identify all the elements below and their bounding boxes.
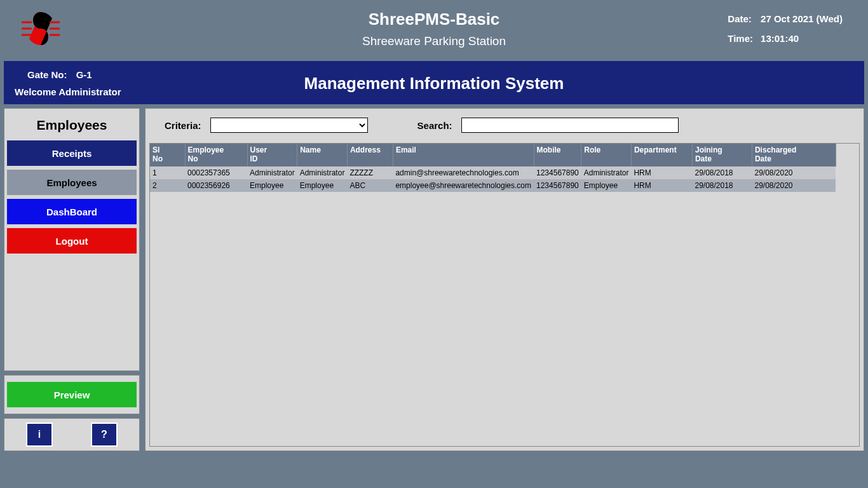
date-value: 27 Oct 2021 (Wed) [761, 13, 843, 24]
app-logo [18, 10, 64, 48]
table-cell: ZZZZZ [347, 166, 393, 179]
time-value: 13:01:40 [761, 33, 843, 44]
table-cell: 29/08/2020 [752, 166, 836, 179]
table-cell: HRM [631, 179, 692, 192]
page-banner: Gate No: G-1 Welcome Administrator Manag… [4, 61, 864, 104]
search-input[interactable] [461, 118, 679, 133]
table-cell: Employee [297, 179, 348, 192]
table-cell: 2 [150, 179, 185, 192]
col-header[interactable]: Role [581, 144, 632, 166]
table-cell: HRM [631, 166, 692, 179]
col-header[interactable]: SlNo [150, 144, 185, 166]
col-header[interactable]: EmployeeNo [185, 144, 247, 166]
nav-receipts-button[interactable]: Receipts [7, 140, 137, 166]
criteria-label: Criteria: [165, 120, 201, 131]
table-cell: Administrator [581, 166, 632, 179]
page-title: Management Information System [4, 62, 864, 105]
table-cell: Administrator [247, 166, 297, 179]
data-table-container: SlNoEmployeeNoUserIDNameAddressEmailMobi… [149, 143, 860, 447]
col-header[interactable]: Email [393, 144, 534, 166]
col-header[interactable]: Address [347, 144, 393, 166]
table-row[interactable]: 20002356926EmployeeEmployeeABCemployee@s… [150, 179, 836, 192]
table-cell: 29/08/2020 [752, 179, 836, 192]
table-cell: Employee [247, 179, 297, 192]
gate-label: Gate No: [27, 69, 67, 80]
col-header[interactable]: Mobile [534, 144, 581, 166]
employees-table: SlNoEmployeeNoUserIDNameAddressEmailMobi… [150, 144, 836, 192]
table-cell: Employee [581, 179, 632, 192]
col-header[interactable]: JoiningDate [692, 144, 752, 166]
help-button[interactable]: ? [91, 423, 118, 447]
time-label: Time: [728, 33, 753, 44]
col-header[interactable]: DischargedDate [752, 144, 836, 166]
table-cell: 29/08/2018 [692, 179, 752, 192]
table-cell: ABC [347, 179, 393, 192]
table-cell: admin@shreewaretechnologies.com [393, 166, 534, 179]
date-label: Date: [728, 13, 753, 24]
table-cell: 1234567890 [534, 166, 581, 179]
app-header: ShreePMS-Basic Shreeware Parking Station… [0, 0, 868, 57]
col-header[interactable]: Department [631, 144, 692, 166]
table-cell: 0002356926 [185, 179, 247, 192]
table-cell: 1 [150, 166, 185, 179]
table-cell: 0002357365 [185, 166, 247, 179]
table-cell: Administrator [297, 166, 348, 179]
sidebar-title: Employees [7, 111, 137, 140]
table-cell: 1234567890 [534, 179, 581, 192]
table-row[interactable]: 10002357365AdministratorAdministratorZZZ… [150, 166, 836, 179]
criteria-select[interactable] [210, 118, 368, 133]
table-cell: employee@shreewaretechnologies.com [393, 179, 534, 192]
nav-dashboard-button[interactable]: DashBoard [7, 199, 137, 224]
info-button[interactable]: i [26, 423, 53, 447]
table-cell: 29/08/2018 [692, 166, 752, 179]
col-header[interactable]: Name [297, 144, 348, 166]
bottom-strip [0, 455, 868, 488]
col-header[interactable]: UserID [247, 144, 297, 166]
nav-employees-button[interactable]: Employees [7, 170, 137, 195]
nav-logout-button[interactable]: Logout [7, 228, 137, 254]
preview-button[interactable]: Preview [7, 382, 137, 407]
search-label: Search: [417, 120, 452, 131]
gate-value: G-1 [76, 69, 92, 80]
welcome-text: Welcome Administrator [15, 86, 121, 97]
